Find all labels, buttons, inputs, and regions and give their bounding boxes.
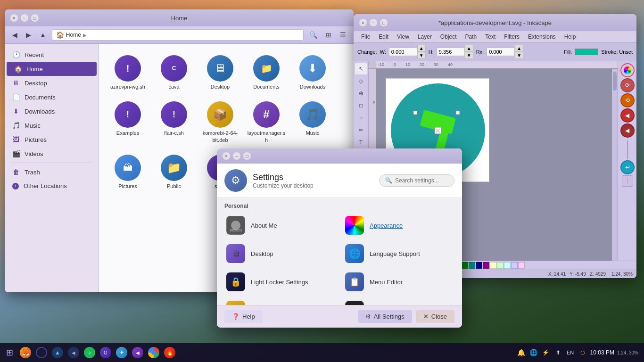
menu-text[interactable]: Text [481,32,499,41]
bluetooth-icon[interactable]: ⚡ [541,348,551,357]
rx-spin-down[interactable]: ▼ [515,52,523,59]
taskbar-budgie-icon[interactable]: G [98,345,113,360]
menu-filters[interactable]: Filters [500,32,523,41]
settings-close-btn[interactable]: × [223,152,230,160]
inkscape-minimize-button[interactable]: − [370,19,377,26]
sidebar-item-pictures[interactable]: 🖼 Pictures [5,132,99,147]
menu-layer[interactable]: Layer [414,32,436,41]
panel-btn-3[interactable]: ⟲ [620,93,635,107]
settings-item-about-me[interactable]: 1829102 About Me [221,211,339,239]
file-item-downloads[interactable]: ⬇ Downloads [291,51,334,94]
close-button[interactable]: × [10,14,18,22]
sidebar-item-downloads[interactable]: ⬇ Downloads [5,104,99,118]
file-item-cava[interactable]: C cava [153,51,195,94]
color-swatch-lightpink[interactable] [518,262,525,269]
inkscape-close-button[interactable]: × [359,19,367,26]
menu-object[interactable]: Object [437,32,461,41]
location-bar[interactable]: 🏠 Home ▶ [52,29,304,41]
taskbar-telegram-icon[interactable]: ✈ [114,345,129,360]
help-button[interactable]: ❓ Help [224,310,263,323]
taskbar-spotify-icon[interactable]: ♪ [82,345,97,360]
sidebar-item-desktop[interactable]: 🖥 Desktop [5,76,99,90]
file-item-documents[interactable]: 📁 Documents [245,51,288,94]
settings-search-input[interactable] [395,177,452,184]
panel-btn-6[interactable]: ↩ [620,160,635,174]
panel-btn-7[interactable]: ⋮ [622,175,633,187]
text-tool[interactable]: T [355,137,367,148]
menu-path[interactable]: Path [462,32,481,41]
network-icon[interactable]: 🌐 [529,348,538,357]
sidebar-item-videos[interactable]: 🎬 Videos [5,147,99,161]
node-tool[interactable]: ◇ [355,75,367,87]
file-item-azirevpn[interactable]: ! azirevpn-wg.sh [107,51,149,94]
up-button[interactable]: ▲ [37,29,49,41]
minimize-button[interactable]: − [21,14,28,22]
settings-item-oomox[interactable]: ▓▓ Oomox: customize [339,296,458,305]
settings-item-menu-editor[interactable]: 📋 Menu Editor [339,268,458,296]
sidebar-item-trash[interactable]: 🗑 Trash [5,165,99,179]
sidebar-item-music[interactable]: 🎵 Music [5,118,99,132]
taskbar-app8-icon[interactable]: ◀ [130,345,145,360]
zoom-tool[interactable]: ⊕ [355,88,367,99]
back-button[interactable]: ◀ [9,29,20,41]
maximize-button[interactable]: □ [31,14,39,22]
forward-button[interactable]: ▶ [23,29,34,41]
all-settings-button[interactable]: ⚙ All Settings [358,310,412,323]
sidebar-item-home[interactable]: 🏠 Home [7,62,97,76]
color-swatch-navy[interactable] [476,262,482,269]
color-swatch-purple[interactable] [483,262,489,269]
rx-spin-up[interactable]: ▲ [515,45,523,52]
menu-button[interactable]: ☰ [337,29,349,41]
taskbar-app4-icon[interactable]: ◀ [66,345,81,360]
taskbar-firefox-icon[interactable]: 🦊 [18,345,33,360]
lang-icon[interactable]: EN [566,348,575,357]
inkscape-maximize-button[interactable]: □ [380,19,388,26]
menu-view[interactable]: View [393,32,413,41]
circle-tool[interactable]: ○ [355,112,367,123]
settings-item-appearance[interactable]: Appearance [339,211,458,239]
menu-extensions[interactable]: Extensions [524,32,560,41]
menu-file[interactable]: File [357,32,374,41]
select-tool[interactable]: ↖ [355,63,367,74]
budgie-icon[interactable]: ⬆ [553,348,563,357]
w-input[interactable] [389,48,417,56]
sidebar-item-recent[interactable]: 🕐 Recent [5,48,99,62]
fill-color-indicator[interactable] [575,49,598,55]
menu-edit[interactable]: Edit [375,32,392,41]
settings-max-btn[interactable]: □ [243,152,251,160]
file-item-desktop[interactable]: 🖥 Desktop [199,51,241,94]
settings-close-button[interactable]: ✕ Close [416,310,454,323]
settings-item-light-locker[interactable]: 🔒 Light Locker Settings [221,268,339,296]
menu-help[interactable]: Help [561,32,580,41]
notification-icon[interactable]: 🔔 [517,348,526,357]
rx-input[interactable] [487,48,515,56]
panel-btn-5[interactable]: ◀ [620,123,635,138]
color-swatch-lightgreen[interactable] [497,262,504,269]
h-spin-up[interactable]: ▲ [465,45,473,52]
panel-btn-4[interactable]: ◀ [620,108,635,123]
settings-item-desktop[interactable]: 🖥 Desktop [221,239,339,268]
sidebar-item-documents[interactable]: 📄 Documents [5,90,99,104]
taskbar-chrome-icon[interactable] [146,345,161,360]
taskbar-app2-icon[interactable] [34,345,49,360]
settings-search-bar[interactable]: 🔍 [379,174,454,187]
h-input[interactable] [437,48,465,56]
taskbar-apps-icon[interactable]: ⊞ [2,345,17,360]
panel-btn-2[interactable]: ⟳ [620,78,635,92]
search-button[interactable]: 🔍 [306,29,320,41]
settings-item-language[interactable]: 🌐 Language Support [339,239,458,268]
file-item-public[interactable]: 📁 Public [153,151,195,193]
color-swatch-darkgreen[interactable] [462,262,468,269]
vertical-scrollbar[interactable] [612,69,618,261]
taskbar-firefox2-icon[interactable]: 🔥 [162,345,177,360]
color-swatch-lightyellow[interactable] [490,262,496,269]
color-swatch-teal[interactable] [469,262,475,269]
file-item-pictures[interactable]: 🏔 Pictures [107,151,149,193]
file-item-flair[interactable]: ! flair-c.sh [153,98,195,147]
color-swatch-lavender[interactable] [511,262,518,269]
pen-tool[interactable]: ✏ [355,124,367,136]
grid-view-button[interactable]: ⊞ [323,29,334,41]
color-wheel-button[interactable] [620,63,635,77]
sidebar-item-other-locations[interactable]: + Other Locations [5,179,99,193]
file-item-music[interactable]: 🎵 Music [291,98,334,147]
